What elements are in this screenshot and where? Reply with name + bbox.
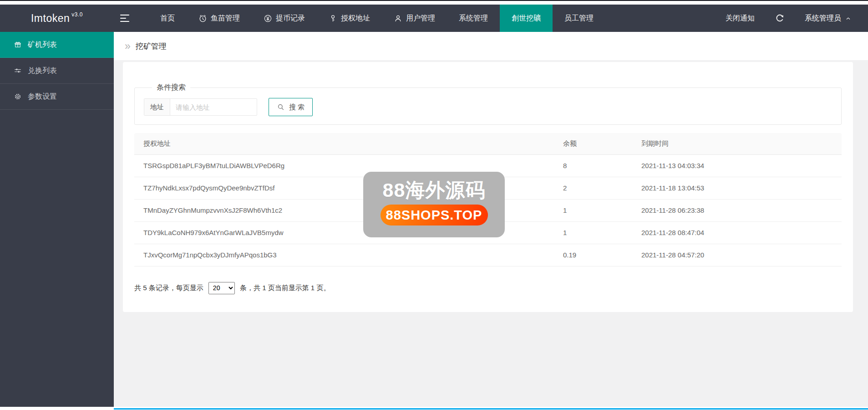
- watermark-overlay: 88海外源码 88SHOPS.TOP: [363, 172, 505, 237]
- cell-address: TJxvQcorMg71npQcbx3yDJmfyAPqos1bG3: [134, 244, 554, 266]
- address-field-label: 地址: [144, 99, 170, 115]
- column-header-expire-time: 到期时间: [632, 133, 842, 154]
- cell-expire-time: 2021-11-18 13:04:53: [632, 177, 842, 199]
- username: 系统管理员: [805, 14, 841, 23]
- address-input-group: 地址: [144, 98, 257, 116]
- nav-item-withdraw-records[interactable]: 提币记录: [252, 5, 317, 32]
- table-row: TJxvQcorMg71npQcbx3yDJmfyAPqos1bG3 0.19 …: [134, 244, 842, 266]
- nav-item-genesis-mining[interactable]: 創世挖礦: [500, 5, 553, 32]
- gift-icon: [14, 41, 22, 49]
- navbar-right: 关闭通知 系统管理员: [726, 5, 868, 32]
- yen-icon: [264, 14, 272, 23]
- column-header-address: 授权地址: [134, 133, 554, 154]
- address-input[interactable]: [170, 99, 257, 115]
- user-menu[interactable]: 系统管理员: [805, 14, 852, 23]
- column-header-balance: 余额: [554, 133, 632, 154]
- bottom-accent-line: [114, 408, 868, 410]
- top-menu: 首页 鱼苗管理 提币记录: [148, 5, 605, 32]
- search-icon: [277, 103, 285, 111]
- pagination: 共 5 条记录，每页显示 20 条，共 1 页当前显示第 1 页。: [134, 282, 842, 294]
- search-button[interactable]: 搜 索: [269, 98, 313, 116]
- sidebar-item-exchange-list[interactable]: 兑换列表: [0, 58, 114, 84]
- cell-balance: 1: [554, 221, 632, 244]
- watermark-title: 88海外源码: [383, 179, 486, 201]
- pagination-text-before: 共 5 条记录，每页显示: [134, 284, 205, 292]
- app-logo-text: Imtoken: [31, 12, 70, 25]
- user-icon: [394, 14, 402, 23]
- breadcrumb-chevrons-icon: »: [125, 41, 131, 51]
- watermark-badge: 88SHOPS.TOP: [381, 205, 488, 226]
- chevron-up-icon: [845, 15, 852, 22]
- nav-item-staff-manage[interactable]: 员工管理: [553, 5, 605, 32]
- nav-item-user-manage[interactable]: 用户管理: [382, 5, 447, 32]
- app-version: v3.0: [71, 11, 83, 18]
- cell-expire-time: 2021-11-13 04:03:34: [632, 154, 842, 177]
- cell-expire-time: 2021-11-28 04:57:20: [632, 244, 842, 266]
- sidebar-item-param-settings[interactable]: 参数设置: [0, 84, 114, 110]
- nav-item-system-manage[interactable]: 系统管理: [447, 5, 500, 32]
- clock-icon: [198, 14, 207, 23]
- top-navbar: Imtoken v3.0 首页 鱼苗管理: [0, 5, 868, 32]
- search-panel-legend: 条件搜索: [152, 83, 190, 92]
- close-notice-link[interactable]: 关闭通知: [726, 14, 755, 23]
- sliders-icon: [14, 67, 22, 75]
- cell-balance: 8: [554, 154, 632, 177]
- cell-expire-time: 2021-11-28 06:23:38: [632, 199, 842, 221]
- nav-item-auth-address[interactable]: 授权地址: [317, 5, 382, 32]
- app-logo: Imtoken v3.0: [0, 5, 114, 32]
- sidebar-collapse-icon[interactable]: [114, 5, 140, 32]
- window-top-border: [0, 0, 868, 1]
- gear-icon: [14, 92, 22, 101]
- pagination-text-after: 条，共 1 页当前显示第 1 页。: [238, 284, 330, 292]
- cell-expire-time: 2021-11-28 08:47:04: [632, 221, 842, 244]
- breadcrumb: » 挖矿管理: [114, 32, 868, 60]
- refresh-icon[interactable]: [775, 13, 785, 23]
- nav-item-fry-manage[interactable]: 鱼苗管理: [187, 5, 252, 32]
- page-size-select[interactable]: 20: [208, 282, 235, 294]
- sidebar: 矿机列表 兑换列表 参数设置: [0, 32, 114, 407]
- sidebar-item-miner-list[interactable]: 矿机列表: [0, 32, 114, 58]
- key-icon: [329, 14, 337, 23]
- nav-item-home[interactable]: 首页: [148, 5, 187, 32]
- cell-balance: 1: [554, 199, 632, 221]
- cell-balance: 2: [554, 177, 632, 199]
- table-header-row: 授权地址 余额 到期时间: [134, 133, 842, 154]
- cell-balance: 0.19: [554, 244, 632, 266]
- page-title: 挖矿管理: [136, 41, 167, 51]
- search-panel: 条件搜索 地址 搜 索: [134, 83, 842, 125]
